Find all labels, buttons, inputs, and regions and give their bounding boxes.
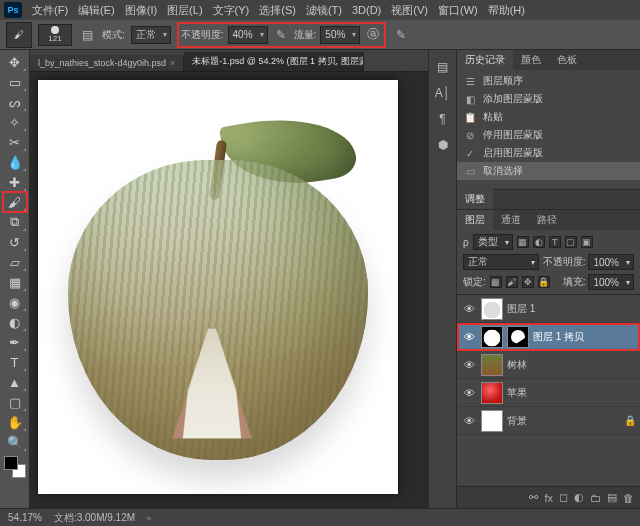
layer-thumbnail[interactable]: [481, 382, 503, 404]
zoom-tool[interactable]: 🔍: [3, 432, 27, 452]
menu-help[interactable]: 帮助(H): [484, 1, 529, 20]
foreground-background-colors[interactable]: [4, 456, 26, 478]
new-group-icon[interactable]: 🗀: [590, 492, 601, 504]
adjustments-tab[interactable]: 调整: [457, 189, 493, 209]
visibility-toggle-icon[interactable]: 👁: [461, 415, 477, 427]
type-tool[interactable]: T: [3, 352, 27, 372]
blur-tool[interactable]: ◉: [3, 292, 27, 312]
canvas[interactable]: [38, 80, 398, 494]
history-item[interactable]: ⊘停用图层蒙版: [457, 126, 640, 144]
pen-tool[interactable]: ✒: [3, 332, 27, 352]
opacity-select[interactable]: 40%: [228, 26, 268, 44]
layer-name[interactable]: 树林: [507, 358, 636, 372]
stamp-tool[interactable]: ⧉: [3, 212, 27, 232]
layer-thumbnail[interactable]: [481, 326, 503, 348]
foreground-color-swatch[interactable]: [4, 456, 18, 470]
layer-mask-icon[interactable]: ◻: [559, 491, 568, 504]
layer-name[interactable]: 图层 1: [507, 302, 636, 316]
filter-shape-icon[interactable]: ▢: [565, 236, 577, 248]
swatches-tab[interactable]: 色板: [549, 50, 585, 70]
visibility-toggle-icon[interactable]: 👁: [461, 303, 477, 315]
visibility-toggle-icon[interactable]: 👁: [461, 359, 477, 371]
gradient-tool[interactable]: ▦: [3, 272, 27, 292]
history-brush-tool[interactable]: ↺: [3, 232, 27, 252]
menu-type[interactable]: 文字(Y): [209, 1, 254, 20]
filter-adjust-icon[interactable]: ◐: [533, 236, 545, 248]
hand-tool[interactable]: ✋: [3, 412, 27, 432]
visibility-toggle-icon[interactable]: 👁: [461, 331, 477, 343]
layer-row[interactable]: 👁图层 1: [457, 295, 640, 323]
crop-tool[interactable]: ✂: [3, 132, 27, 152]
pressure-size-icon[interactable]: ✎: [392, 26, 410, 44]
paragraph-panel-icon[interactable]: ¶: [434, 110, 452, 128]
history-item[interactable]: ◧添加图层蒙版: [457, 90, 640, 108]
color-tab[interactable]: 颜色: [513, 50, 549, 70]
shape-tool[interactable]: ▢: [3, 392, 27, 412]
layer-row[interactable]: 👁背景🔒: [457, 407, 640, 435]
layer-name[interactable]: 图层 1 拷贝: [533, 330, 636, 344]
menu-edit[interactable]: 编辑(E): [74, 1, 119, 20]
channels-tab[interactable]: 通道: [493, 210, 529, 230]
menu-select[interactable]: 选择(S): [255, 1, 300, 20]
paths-tab[interactable]: 路径: [529, 210, 565, 230]
path-select-tool[interactable]: ▲: [3, 372, 27, 392]
link-layers-icon[interactable]: ⚯: [529, 491, 538, 504]
3d-panel-icon[interactable]: ⬢: [434, 136, 452, 154]
tool-preset-picker[interactable]: 🖌: [6, 22, 32, 48]
flow-select[interactable]: 50%: [320, 26, 360, 44]
move-tool[interactable]: ✥: [3, 52, 27, 72]
layer-thumbnail[interactable]: [481, 298, 503, 320]
menu-file[interactable]: 文件(F): [28, 1, 72, 20]
eyedropper-tool[interactable]: 💧: [3, 152, 27, 172]
status-menu-icon[interactable]: ▸: [147, 512, 152, 523]
zoom-level[interactable]: 54.17%: [8, 512, 42, 523]
color-panel-icon[interactable]: ▤: [434, 58, 452, 76]
brush-tool[interactable]: 🖌: [3, 192, 27, 212]
marquee-tool[interactable]: ▭: [3, 72, 27, 92]
layer-name[interactable]: 苹果: [507, 386, 636, 400]
filter-pixel-icon[interactable]: ▦: [517, 236, 529, 248]
lock-all-icon[interactable]: 🔒: [538, 276, 550, 288]
pressure-opacity-icon[interactable]: ✎: [272, 26, 290, 44]
menu-filter[interactable]: 滤镜(T): [302, 1, 346, 20]
blend-mode-select[interactable]: 正常: [131, 26, 171, 44]
eraser-tool[interactable]: ▱: [3, 252, 27, 272]
history-item[interactable]: ▭取消选择: [457, 162, 640, 180]
layer-row[interactable]: 👁苹果: [457, 379, 640, 407]
layer-style-icon[interactable]: fx: [544, 492, 553, 504]
document-tab[interactable]: 未标题-1.psd @ 54.2% (图层 1 拷贝, 图层蒙版/8) * ×: [184, 52, 364, 71]
menu-image[interactable]: 图像(I): [121, 1, 161, 20]
airbrush-icon[interactable]: ⓐ: [364, 26, 382, 44]
menu-window[interactable]: 窗口(W): [434, 1, 482, 20]
brush-preset-picker[interactable]: 121: [38, 24, 72, 46]
delete-layer-icon[interactable]: 🗑: [623, 492, 634, 504]
lock-transparent-icon[interactable]: ▩: [490, 276, 502, 288]
layer-row[interactable]: 👁图层 1 拷贝: [457, 323, 640, 351]
magic-wand-tool[interactable]: ✧: [3, 112, 27, 132]
layer-row[interactable]: 👁树林: [457, 351, 640, 379]
layer-thumbnail[interactable]: [481, 354, 503, 376]
menu-view[interactable]: 视图(V): [387, 1, 432, 20]
layer-name[interactable]: 背景: [507, 414, 620, 428]
document-tab[interactable]: l_by_nathies_stock-d4gy0ih.psd ×: [30, 55, 184, 71]
lasso-tool[interactable]: ᔕ: [3, 92, 27, 112]
brush-panel-toggle-icon[interactable]: ▤: [78, 26, 96, 44]
layer-mask-thumbnail[interactable]: [507, 326, 529, 348]
lock-position-icon[interactable]: ✥: [522, 276, 534, 288]
new-fill-icon[interactable]: ◐: [574, 491, 584, 504]
menu-layer[interactable]: 图层(L): [163, 1, 206, 20]
dodge-tool[interactable]: ◐: [3, 312, 27, 332]
filter-type-icon[interactable]: T: [549, 236, 561, 248]
blend-mode-select[interactable]: 正常: [463, 254, 539, 270]
lock-pixels-icon[interactable]: 🖌: [506, 276, 518, 288]
visibility-toggle-icon[interactable]: 👁: [461, 387, 477, 399]
layer-thumbnail[interactable]: [481, 410, 503, 432]
menu-3d[interactable]: 3D(D): [348, 2, 385, 18]
new-layer-icon[interactable]: ▤: [607, 491, 617, 504]
character-panel-icon[interactable]: A│: [434, 84, 452, 102]
fill-select[interactable]: 100%: [588, 274, 634, 290]
layer-kind-select[interactable]: 类型: [473, 234, 513, 250]
history-tab[interactable]: 历史记录: [457, 50, 513, 70]
filter-smart-icon[interactable]: ▣: [581, 236, 593, 248]
close-tab-icon[interactable]: ×: [170, 58, 175, 68]
